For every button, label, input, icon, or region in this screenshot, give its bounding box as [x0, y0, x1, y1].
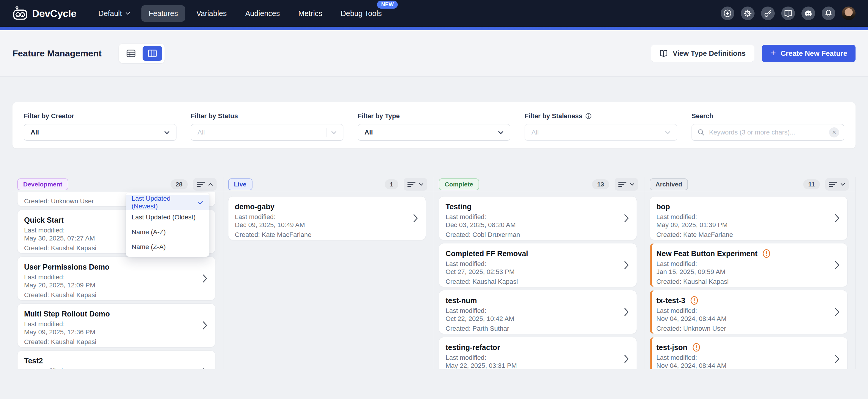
nav-item-metrics[interactable]: Metrics	[291, 5, 330, 22]
settings-button[interactable]	[741, 6, 754, 20]
page-header: Feature Management View Type Definitions…	[0, 30, 868, 76]
filter-creator-select[interactable]: All	[24, 124, 177, 141]
filter-status: Filter by Status All	[191, 112, 343, 141]
sort-option[interactable]: Name (Z-A)	[126, 240, 210, 255]
last-modified-label: Last modified:	[656, 307, 829, 315]
column-sort-button[interactable]	[825, 178, 849, 191]
last-modified-label: Last modified:	[656, 354, 829, 362]
view-toggle-group	[119, 44, 164, 63]
notifications-button[interactable]	[822, 6, 835, 20]
feature-card[interactable]: test-json Last modified: Nov 04, 2024, 0…	[650, 337, 848, 369]
gear-icon	[744, 9, 752, 18]
created-by: Created: Kaushal Kapasi	[24, 338, 196, 346]
project-selector[interactable]: Default	[91, 5, 137, 22]
select-divider	[326, 128, 327, 137]
column-header: Development 28	[12, 177, 223, 192]
search-input[interactable]	[709, 129, 825, 136]
feature-title: New Feat Button Experiment	[656, 250, 757, 258]
feature-title-row: Test2	[24, 356, 196, 365]
nav-item-variables[interactable]: Variables	[189, 5, 234, 22]
created-by: Created: Cobi Druxerman	[445, 231, 618, 239]
feature-title: bop	[656, 202, 670, 211]
column-sort-button[interactable]	[615, 178, 638, 191]
api-keys-button[interactable]	[761, 6, 775, 20]
check-icon	[198, 200, 204, 205]
add-circle-button[interactable]	[721, 6, 734, 20]
chevron-right-icon	[835, 307, 839, 317]
filter-staleness-select[interactable]: All	[525, 124, 677, 141]
sort-lines-icon	[618, 181, 626, 188]
search-field: ✕	[691, 124, 844, 141]
last-modified-date: Jan 15, 2025, 09:59 AM	[656, 268, 829, 276]
feature-card[interactable]: User Permissions Demo Last modified: May…	[17, 257, 215, 300]
filter-type-select[interactable]: All	[358, 124, 510, 141]
feature-title-row: Completed FF Removal	[445, 249, 618, 258]
column-status-badge: Complete	[439, 178, 479, 190]
feature-card[interactable]: Testing Last modified: Dec 03, 2025, 08:…	[439, 196, 637, 240]
sort-dropdown-menu: Last Updated (Newest)Last Updated (Oldes…	[126, 193, 210, 257]
feature-card[interactable]: Completed FF Removal Last modified: Oct …	[439, 243, 637, 287]
column-count-badge: 28	[170, 179, 187, 190]
nav-item-features[interactable]: Features	[142, 5, 185, 22]
feature-card[interactable]: Test2 Last modified: Nov 26, 2024, 08:13…	[17, 350, 215, 369]
chevron-down-icon	[419, 183, 424, 186]
nav-item-audiences[interactable]: Audiences	[238, 5, 287, 22]
navbar-actions	[721, 6, 856, 20]
header-actions: View Type Definitions + Create New Featu…	[651, 45, 856, 62]
chevron-right-icon	[203, 321, 207, 330]
feature-card[interactable]: tx-test-3 Last modified: Nov 04, 2024, 0…	[650, 290, 848, 334]
feature-card[interactable]: demo-gaby Last modified: Dec 09, 2025, 1…	[228, 196, 426, 240]
clear-search-button[interactable]: ✕	[829, 127, 839, 137]
last-modified-date: Oct 22, 2025, 10:42 AM	[445, 315, 618, 323]
sort-option-label: Name (Z-A)	[132, 243, 166, 251]
filter-status-select[interactable]: All	[191, 124, 343, 141]
column-sort-button[interactable]	[404, 178, 427, 191]
discord-button[interactable]	[802, 6, 815, 20]
column-header: Complete 13	[434, 177, 645, 192]
chevron-right-icon	[624, 261, 629, 270]
column-sort-button[interactable]	[193, 178, 217, 191]
create-new-feature-button[interactable]: + Create New Feature	[762, 45, 856, 62]
info-icon[interactable]	[585, 113, 592, 119]
main-navigation: Default Features Variables Audiences Met…	[91, 5, 389, 22]
column-cards: bop Last modified: May 09, 2025, 01:39 P…	[645, 192, 856, 369]
created-by: Created: Kaushal Kapasi	[656, 277, 829, 286]
table-view-button[interactable]	[121, 46, 141, 61]
feature-title-row: testing-refactor	[445, 342, 618, 352]
chevron-down-icon	[630, 183, 634, 186]
chevron-down-icon	[498, 131, 503, 134]
last-modified-date: May 09, 2025, 12:36 PM	[24, 328, 196, 336]
docs-button[interactable]	[781, 6, 795, 20]
sort-lines-icon	[829, 181, 837, 188]
brand-name: DevCycle	[32, 8, 76, 19]
filter-panel: Filter by Creator All Filter by Status A…	[12, 102, 856, 148]
kanban-view-button[interactable]	[143, 46, 162, 61]
nav-item-debug-tools[interactable]: Debug Tools NEW	[334, 5, 389, 22]
last-modified-date: Dec 03, 2025, 08:20 AM	[445, 221, 618, 229]
feature-card[interactable]: New Feat Button Experiment Last modified…	[650, 243, 848, 287]
feature-card[interactable]: Multi Step Rollout Demo Last modified: M…	[17, 303, 215, 347]
feature-card[interactable]: test-num Last modified: Oct 22, 2025, 10…	[439, 290, 637, 334]
filter-staleness-label: Filter by Staleness	[525, 112, 677, 120]
chevron-right-icon	[835, 355, 839, 363]
user-avatar[interactable]	[842, 6, 856, 20]
column-count-badge: 11	[803, 179, 820, 190]
last-modified-label: Last modified:	[445, 213, 618, 221]
feature-card[interactable]: bop Last modified: May 09, 2025, 01:39 P…	[650, 196, 848, 240]
key-icon	[764, 9, 772, 18]
feature-card[interactable]: testing-refactor Last modified: May 22, …	[439, 337, 637, 369]
page-title: Feature Management	[12, 48, 102, 59]
filter-creator-label: Filter by Creator	[24, 112, 177, 120]
last-modified-date: Oct 27, 2025, 02:53 PM	[445, 268, 618, 276]
sort-option[interactable]: Name (A-Z)	[126, 225, 210, 240]
last-modified-label: Last modified:	[656, 260, 829, 268]
column-count-badge: 13	[592, 179, 609, 190]
view-type-definitions-button[interactable]: View Type Definitions	[651, 45, 754, 62]
feature-title-row: test-json	[656, 342, 829, 352]
sort-option[interactable]: Last Updated (Newest)	[126, 195, 210, 210]
feature-title: Quick Start	[24, 216, 64, 225]
feature-title: test-json	[656, 343, 687, 352]
sort-option[interactable]: Last Updated (Oldest)	[126, 210, 210, 225]
chevron-right-icon	[203, 368, 207, 369]
chevron-right-icon	[624, 214, 629, 223]
